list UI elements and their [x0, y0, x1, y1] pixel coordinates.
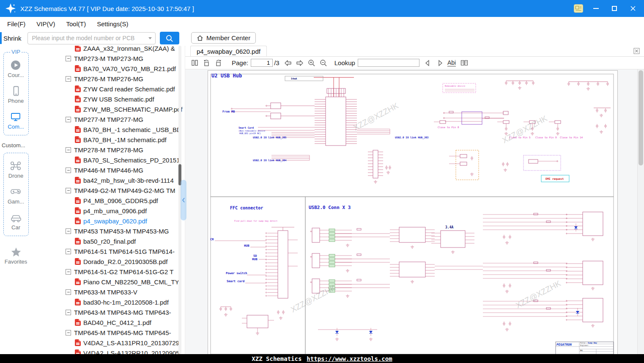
sidebar-item-computer[interactable]: Com...	[8, 110, 24, 130]
sidebar-item-favorites[interactable]: Favorites	[5, 246, 27, 265]
tree-item-label: V4DA2_LS-A131PR10_20130729	[83, 339, 179, 346]
collapse-panel-handle[interactable]	[181, 180, 186, 220]
page-input[interactable]	[251, 59, 273, 67]
sidebar-item-phone[interactable]: Phone	[8, 85, 24, 104]
search-input[interactable]	[27, 32, 156, 44]
tree-file-row[interactable]: ZYW_MB_SCHEMATIC_RAMP.pdf	[32, 104, 185, 114]
rotate-left-icon[interactable]	[202, 59, 211, 67]
tree-file-row[interactable]: p4_mb_uma_0906.pdf	[32, 206, 185, 216]
tree-category-row[interactable]: TMP643-M TMP643-MG TMP643-	[32, 307, 185, 317]
tree-category-row[interactable]: TMP277-M TMP277-MG	[32, 114, 185, 124]
sidebar-item-game[interactable]: Gam...	[8, 185, 24, 205]
tree-file-row[interactable]: BA70_BH_-1 schematic _USB_BD	[32, 124, 185, 135]
tree-category-row[interactable]: TMP453 TMP453-M TMP453-MG	[32, 226, 185, 236]
tree-category-row[interactable]: TMP276-M TMP276-MG	[32, 74, 185, 84]
rotate-right-icon[interactable]	[214, 59, 222, 67]
status-url[interactable]: https://www.xzztools.com	[307, 355, 392, 362]
tree-file-row[interactable]: P4_MB_0906_GDDR5.pdf	[32, 195, 185, 206]
search-button[interactable]	[160, 32, 179, 44]
pdf-icon	[75, 177, 81, 184]
close-document-icon[interactable]	[633, 48, 640, 54]
tree-category-row[interactable]: TMP449-G2-M TMP449-G2-MG TM	[32, 185, 185, 195]
find-prev-icon[interactable]	[424, 59, 432, 67]
schematic-label: Smart card	[227, 280, 244, 283]
tree-file-row[interactable]: ba50_r20_final.pdf	[32, 236, 185, 246]
menu-vip[interactable]: VIP(V)	[31, 20, 60, 28]
collapse-icon[interactable]	[66, 228, 71, 234]
shrink-button[interactable]: Shrink	[3, 35, 22, 42]
pdf-icon	[75, 65, 81, 72]
tree-item-label: TMP614-51 TMP614-51G TMP614-	[74, 248, 175, 255]
sidebar-item-drone[interactable]: Drone	[8, 160, 23, 179]
zoom-in-icon[interactable]	[307, 59, 316, 67]
tree-file-row[interactable]: V4DA2_LS-A132RR10_20120905	[32, 348, 185, 354]
custom-section-label: Custom...	[2, 142, 25, 148]
tree-category-row[interactable]: TMP446-M TMP446-MG	[32, 165, 185, 175]
tree-file-row[interactable]: BA70_BH_-1M schematic.pdf	[32, 135, 185, 145]
schematic-label: HUB	[252, 258, 258, 261]
next-page-icon[interactable]	[296, 59, 304, 67]
tree-category-row[interactable]: TMP614-51-G2 TMP614-51G-G2 T	[32, 267, 185, 277]
license-card-icon[interactable]	[574, 4, 583, 13]
collapse-icon[interactable]	[66, 269, 71, 275]
search-dropdown-icon[interactable]	[148, 37, 152, 39]
tree-file-row[interactable]: ZYW Card reader Schematic.pdf	[32, 84, 185, 94]
collapse-icon[interactable]	[66, 188, 71, 193]
pdf-icon	[75, 46, 81, 52]
sidebar-item-label: Car	[11, 224, 20, 231]
tree-file-row[interactable]: Piano CM_NB2250_MB_CML_TY	[32, 277, 185, 287]
member-center-button[interactable]: Member Center	[191, 32, 256, 44]
titlebar: XZZ Schematics V4.77 [ VIP Due date: 202…	[0, 0, 644, 17]
pdf-scrollbar[interactable]	[637, 69, 644, 354]
pdf-toolbar: Page: /3 Lookup Abi	[185, 57, 644, 69]
tree-file-row[interactable]: ZYW USB Schematic.pdf	[32, 94, 185, 104]
collapse-icon[interactable]	[66, 56, 71, 61]
collapse-icon[interactable]	[66, 168, 71, 173]
collapse-icon[interactable]	[66, 76, 71, 82]
tree-file-row[interactable]: BAD40_HC_0412_1.pdf	[32, 317, 185, 327]
tree-item-label: TMP453 TMP453-M TMP453-MG	[74, 228, 169, 235]
thumbnail-view-icon[interactable]	[460, 59, 469, 67]
tree-file-row[interactable]: ZAAA_x32_Ironman_SK(ZAA) &	[32, 46, 185, 53]
zoom-out-icon[interactable]	[319, 59, 328, 67]
tree-category-row[interactable]: TMP278-M TMP278-MG	[32, 145, 185, 155]
collapse-icon[interactable]	[66, 147, 71, 153]
sidebar-item-car[interactable]: Car	[10, 211, 22, 231]
two-page-view-icon[interactable]	[190, 59, 199, 67]
collapse-icon[interactable]	[66, 310, 71, 315]
file-tree: ZAAA_x32_Ironman_SK(ZAA) &TMP273-M TMP27…	[32, 46, 185, 354]
tree-file-row[interactable]: ba42_mb_hsw_ult-3b-revd-1114	[32, 175, 185, 185]
watermark-text: XZZ@XZZHK	[352, 101, 400, 132]
tree-file-row[interactable]: V4DA2_LS-A131PR10_20130729	[32, 338, 185, 348]
tree-category-row[interactable]: TMP633-M TMP633-V	[32, 287, 185, 297]
find-next-icon[interactable]	[436, 59, 444, 67]
tree-file-row[interactable]: Dorado_R2.0_20190305B.pdf	[32, 256, 185, 267]
sidebar-item-course[interactable]: Cour...	[8, 59, 24, 78]
tree-category-row[interactable]: TMP273-M TMP273-MG	[32, 53, 185, 63]
collapse-icon[interactable]	[66, 330, 71, 336]
match-case-icon[interactable]: Abi	[447, 60, 456, 66]
tree-file-row[interactable]: bad30-hc-1m_20120508-1.pdf	[32, 297, 185, 307]
pdf-icon	[75, 217, 81, 224]
lookup-input[interactable]	[358, 59, 419, 67]
tree-file-row[interactable]: BA70_SL_Schematics_PD_20151	[32, 155, 185, 165]
collapse-icon[interactable]	[66, 289, 71, 295]
menu-tool[interactable]: Tool(T)	[61, 20, 92, 28]
minimize-button[interactable]	[590, 3, 602, 14]
tree-category-row[interactable]: TMP645-M TMP645-MG TMP645-	[32, 327, 185, 338]
tree-file-row[interactable]: p4_swapbay_0620.pdf	[32, 216, 185, 226]
collapse-icon[interactable]	[66, 249, 71, 254]
menu-settings[interactable]: Settings(S)	[91, 20, 134, 28]
close-button[interactable]	[627, 3, 639, 14]
pdf-scrollbar-thumb[interactable]	[639, 70, 643, 165]
pdf-icon	[75, 278, 81, 285]
tree-item-label: Dorado_R2.0_20190305B.pdf	[83, 258, 167, 265]
maximize-button[interactable]	[608, 3, 620, 14]
tree-category-row[interactable]: TMP614-51 TMP614-51G TMP614-	[32, 246, 185, 256]
collapse-icon[interactable]	[66, 117, 71, 122]
pdf-icon	[75, 85, 81, 92]
tree-file-row[interactable]: BA70_VA70_VG70_MB_R21.pdf	[32, 63, 185, 74]
document-tab[interactable]: p4_swapbay_0620.pdf	[190, 46, 267, 56]
prev-page-icon[interactable]	[284, 59, 292, 67]
menu-file[interactable]: File(F)	[2, 20, 31, 28]
